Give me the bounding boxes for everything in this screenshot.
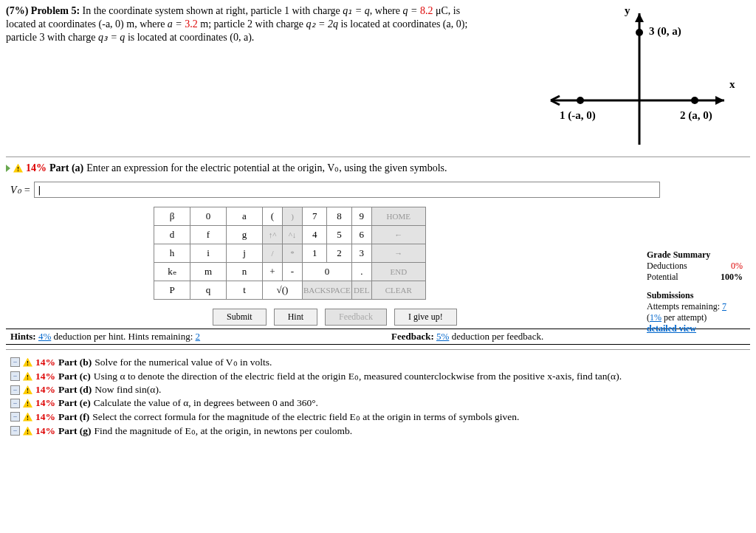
key-backspace[interactable]: BACKSPACE [303,281,352,300]
key-j[interactable]: j [227,244,263,263]
key-8[interactable]: 8 [327,207,351,226]
hints-label: Hints: [10,331,38,342]
warning-icon: ! [23,427,32,436]
part-a-text: Enter an expression for the electric pot… [86,162,447,174]
key-sqrt[interactable]: √() [263,281,303,300]
collapse-icon[interactable]: − [10,357,20,367]
svg-point-7 [691,97,698,104]
att-l: Attempts remaining: [647,301,722,312]
collapse-icon[interactable]: − [10,412,20,422]
key-up2[interactable]: ^↓ [283,226,303,244]
warning-icon: ! [23,372,32,381]
key-plus[interactable]: + [263,263,283,281]
part-b-label: Part (b) [58,357,92,368]
part-b-pct: 14% [35,357,55,368]
feedback-button[interactable]: Feedback [325,309,387,326]
hints-n: 2 [196,331,201,342]
key-9[interactable]: 9 [351,207,371,226]
key-n[interactable]: n [227,263,263,281]
warning-icon: ! [23,413,32,422]
part-g-pct: 14% [35,425,55,437]
part-e-text: Calculate the value of α, in degrees bet… [94,397,318,409]
key-f[interactable]: f [190,226,227,244]
pt1: 1 (-a, 0) [560,109,596,122]
part-b[interactable]: −!14%Part (b)Solve for the numerical val… [10,356,750,368]
key-clear[interactable]: CLEAR [371,281,425,300]
key-d[interactable]: d [154,226,190,244]
key-h[interactable]: h [154,244,190,263]
key-minus[interactable]: - [283,263,303,281]
key-ke[interactable]: kₑ [154,263,190,281]
part-e-label: Part (e) [58,397,91,409]
svg-marker-1 [715,96,724,105]
key-q[interactable]: q [190,281,227,300]
fb-pct: 5% [436,331,449,342]
key-5[interactable]: 5 [327,226,351,244]
axis-x: x [729,78,735,91]
hints-text: deduction per hint. Hints remaining: [51,331,195,342]
key-mul[interactable]: * [283,244,303,263]
key-6[interactable]: 6 [351,226,371,244]
submit-button[interactable]: Submit [213,309,267,326]
grade-summary: Grade Summary Deductions0% Potential100%… [647,250,743,334]
key-end[interactable]: END [371,263,425,281]
a-unit: m; particle 2 with charge [198,18,306,30]
a-expr: a = [168,18,185,30]
part-a-pct: 14% [26,162,47,174]
divider [6,157,750,157]
fb-text: deduction per feedback. [449,331,543,342]
q1: q₁ = q [343,5,369,16]
key-div[interactable]: / [263,244,283,263]
t1: In the coordinate system shown at right,… [83,5,343,16]
detailed-link[interactable]: detailed view [647,323,696,334]
key-2[interactable]: 2 [327,244,351,263]
key-rparen[interactable]: ) [283,207,303,226]
t4: is located at coordinates (0, a). [125,32,254,43]
part-a-header: ! 14% Part (a) Enter an expression for t… [6,162,750,174]
key-t[interactable]: t [227,281,263,300]
key-lparen[interactable]: ( [263,207,283,226]
att-v[interactable]: 7 [722,301,726,312]
key-7[interactable]: 7 [303,207,327,226]
part-g-text: Find the magnitude of E₀, at the origin,… [94,424,352,437]
key-beta[interactable]: β [154,207,190,226]
expand-icon[interactable] [6,165,10,172]
svg-point-8 [636,29,643,36]
problem-label: Problem 5: [31,5,80,16]
key-0[interactable]: 0 [303,263,352,281]
key-3[interactable]: 3 [351,244,371,263]
answer-row: V₀ = [10,182,750,198]
part-d[interactable]: −!14%Part (d)Now find sin(α). [10,384,750,396]
collapse-icon[interactable]: − [10,399,20,408]
key-g[interactable]: g [227,226,263,244]
key-dot[interactable]: . [351,263,371,281]
collapse-icon[interactable]: − [10,385,20,395]
key-del[interactable]: DEL [351,281,371,300]
key-home[interactable]: HOME [371,207,425,226]
key-4[interactable]: 4 [303,226,327,244]
part-c[interactable]: −!14%Part (c)Using α to denote the direc… [10,370,750,382]
pa-n[interactable]: 1% [650,312,662,323]
key-i[interactable]: i [190,244,227,263]
answer-input[interactable] [34,182,660,198]
collapse-icon[interactable]: − [10,426,20,436]
part-e[interactable]: −!14%Part (e)Calculate the value of α, i… [10,397,750,409]
part-g[interactable]: −!14%Part (g)Find the magnitude of E₀, a… [10,424,750,437]
q-val: 8.2 [420,5,433,16]
key-left[interactable]: ← [371,226,425,244]
giveup-button[interactable]: I give up! [394,309,457,326]
key-1[interactable]: 1 [303,244,327,263]
key-a[interactable]: a [227,207,263,226]
coordinate-diagram: y x 3 (0, a) 1 (-a, 0) 2 (a, 0) [506,4,750,152]
key-up1[interactable]: ↑^ [263,226,283,244]
key-right[interactable]: → [371,244,425,263]
collapse-icon[interactable]: − [10,371,20,381]
pt2: 2 (a, 0) [680,109,712,122]
part-g-label: Part (g) [58,425,92,437]
ded-v: 0% [731,261,743,272]
hint-button[interactable]: Hint [274,309,317,326]
key-0s[interactable]: 0 [190,207,227,226]
key-P[interactable]: P [154,281,190,300]
key-m[interactable]: m [190,263,227,281]
part-f[interactable]: −!14%Part (f)Select the correct formula … [10,410,750,423]
